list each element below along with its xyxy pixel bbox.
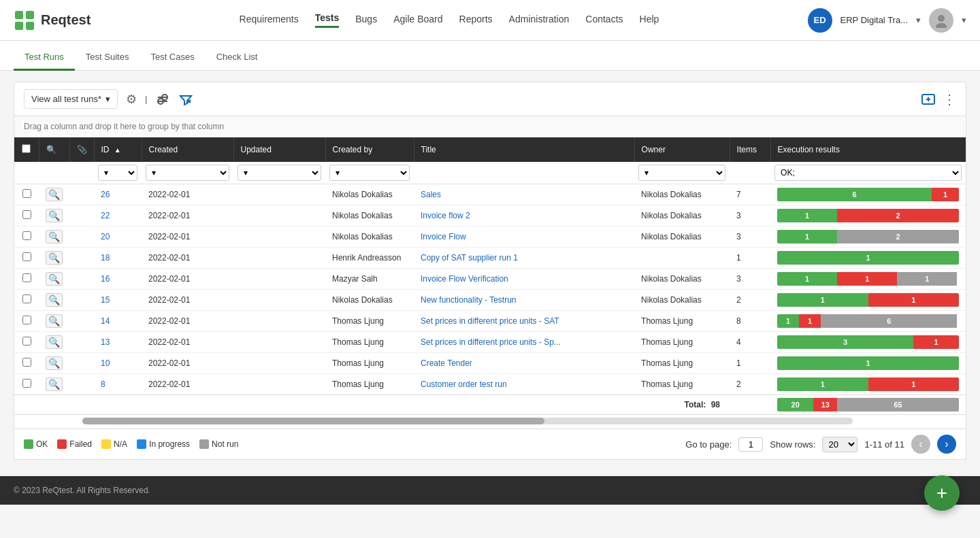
- row-checkbox-cell[interactable]: [14, 184, 39, 205]
- th-checkbox[interactable]: [14, 137, 39, 162]
- row-search-cell[interactable]: 🔍: [39, 205, 69, 226]
- row-checkbox-cell[interactable]: [14, 269, 39, 290]
- rows-per-page-select[interactable]: 20 50 100: [822, 437, 858, 452]
- th-owner[interactable]: Owner: [634, 137, 730, 162]
- filter-createdby-select[interactable]: ▾: [329, 165, 410, 181]
- org-avatar[interactable]: ED: [808, 8, 832, 33]
- fab-add-button[interactable]: +: [924, 475, 960, 505]
- filter-owner-select[interactable]: ▾: [638, 165, 725, 181]
- row-search-cell[interactable]: 🔍: [39, 269, 69, 290]
- row-search-icon[interactable]: 🔍: [46, 272, 63, 286]
- row-checkbox-cell[interactable]: [14, 290, 39, 311]
- row-checkbox-cell[interactable]: [14, 353, 39, 374]
- row-title[interactable]: Set prices in different price units - Sp…: [414, 332, 634, 353]
- row-search-icon[interactable]: 🔍: [46, 356, 63, 370]
- row-search-cell[interactable]: 🔍: [39, 311, 69, 332]
- row-checkbox-cell[interactable]: [14, 311, 39, 332]
- logo[interactable]: Reqtest: [14, 10, 91, 31]
- row-title[interactable]: Create Tender: [414, 353, 634, 374]
- nav-reports[interactable]: Reports: [459, 14, 493, 27]
- tab-test-cases[interactable]: Test Cases: [140, 45, 205, 71]
- view-dropdown[interactable]: View all test runs* ▾: [24, 89, 118, 109]
- settings-button[interactable]: ⚙: [126, 92, 137, 107]
- th-created[interactable]: Created: [142, 137, 233, 162]
- tab-test-suites[interactable]: Test Suites: [75, 45, 140, 71]
- org-name[interactable]: ERP Digital Tra...: [840, 15, 908, 25]
- row-checkbox[interactable]: [22, 337, 31, 346]
- attach-icon[interactable]: 📎: [77, 145, 87, 154]
- filter-exec-select[interactable]: OK; ▾: [774, 165, 962, 181]
- row-checkbox[interactable]: [22, 210, 31, 219]
- th-created-by[interactable]: Created by: [325, 137, 414, 162]
- row-search-cell[interactable]: 🔍: [39, 184, 69, 205]
- th-updated[interactable]: Updated: [233, 137, 325, 162]
- select-all-checkbox[interactable]: [22, 144, 31, 153]
- row-title[interactable]: Set prices in different price units - SA…: [414, 311, 634, 332]
- row-checkbox-cell[interactable]: [14, 332, 39, 353]
- user-avatar[interactable]: [929, 8, 953, 33]
- row-search-icon[interactable]: 🔍: [46, 230, 63, 243]
- row-title[interactable]: New functionality - Testrun: [414, 290, 634, 311]
- row-search-cell[interactable]: 🔍: [39, 226, 69, 248]
- view-dropdown-chevron-icon: ▾: [105, 94, 110, 104]
- nav-help[interactable]: Help: [640, 14, 659, 27]
- row-checkbox[interactable]: [22, 379, 31, 388]
- row-checkbox[interactable]: [22, 189, 31, 198]
- row-checkbox[interactable]: [22, 295, 31, 303]
- row-title[interactable]: Copy of SAT supplier run 1: [414, 248, 634, 269]
- row-title[interactable]: Invoice Flow Verification: [414, 269, 634, 290]
- row-checkbox[interactable]: [22, 231, 31, 240]
- row-checkbox[interactable]: [22, 273, 31, 282]
- row-checkbox-cell[interactable]: [14, 374, 39, 395]
- row-checkbox[interactable]: [22, 252, 31, 261]
- th-items[interactable]: Items: [730, 137, 770, 162]
- row-search-icon[interactable]: 🔍: [46, 293, 63, 307]
- tab-test-runs[interactable]: Test Runs: [14, 45, 75, 71]
- row-checkbox-cell[interactable]: [14, 205, 39, 226]
- nav-administration[interactable]: Administration: [509, 14, 570, 27]
- add-column-icon[interactable]: [921, 92, 936, 107]
- row-search-icon[interactable]: 🔍: [46, 335, 63, 349]
- search-icon[interactable]: 🔍: [46, 145, 56, 154]
- nav-contacts[interactable]: Contacts: [585, 14, 623, 27]
- nav-bugs[interactable]: Bugs: [355, 14, 377, 27]
- nav-tests[interactable]: Tests: [315, 12, 340, 28]
- row-checkbox-cell[interactable]: [14, 226, 39, 248]
- exec-segment: 1: [932, 188, 959, 201]
- row-search-icon[interactable]: 🔍: [46, 251, 63, 265]
- row-search-cell[interactable]: 🔍: [39, 374, 69, 395]
- row-search-cell[interactable]: 🔍: [39, 248, 69, 269]
- row-search-icon[interactable]: 🔍: [46, 314, 63, 328]
- nav-requirements[interactable]: Requirements: [240, 14, 299, 27]
- row-checkbox[interactable]: [22, 358, 31, 367]
- row-search-cell[interactable]: 🔍: [39, 290, 69, 311]
- prev-page-button[interactable]: ‹: [911, 435, 930, 454]
- row-checkbox-cell[interactable]: [14, 248, 39, 269]
- th-id[interactable]: ID ▲: [94, 137, 142, 162]
- row-title[interactable]: Customer order test run: [414, 374, 634, 395]
- more-options-icon[interactable]: ⋮: [943, 91, 956, 107]
- filter-updated-select[interactable]: ▾: [238, 165, 321, 181]
- row-search-cell[interactable]: 🔍: [39, 332, 69, 353]
- horizontal-scrollbar[interactable]: [14, 415, 966, 429]
- th-title[interactable]: Title: [414, 137, 634, 162]
- tab-check-list[interactable]: Check List: [206, 45, 269, 71]
- filter-created-select[interactable]: ▾: [146, 165, 229, 181]
- nav-agile-board[interactable]: Agile Board: [393, 14, 442, 27]
- row-title[interactable]: Sales: [414, 184, 634, 205]
- org-chevron-icon[interactable]: ▾: [916, 15, 921, 25]
- row-search-icon[interactable]: 🔍: [46, 377, 63, 391]
- page-input[interactable]: [738, 437, 763, 452]
- row-search-icon[interactable]: 🔍: [46, 209, 63, 222]
- row-search-cell[interactable]: 🔍: [39, 353, 69, 374]
- th-execution-results[interactable]: Execution results: [770, 137, 966, 162]
- row-search-icon[interactable]: 🔍: [46, 188, 63, 201]
- row-title[interactable]: Invoice flow 2: [414, 205, 634, 226]
- filter-icon[interactable]: [155, 92, 170, 107]
- next-page-button[interactable]: ›: [937, 435, 956, 454]
- row-checkbox[interactable]: [22, 316, 31, 324]
- row-title[interactable]: Invoice Flow: [414, 226, 634, 248]
- filter-id-select[interactable]: ▾: [98, 165, 137, 181]
- clear-filter-icon[interactable]: [178, 92, 193, 107]
- user-chevron-icon[interactable]: ▾: [962, 15, 966, 25]
